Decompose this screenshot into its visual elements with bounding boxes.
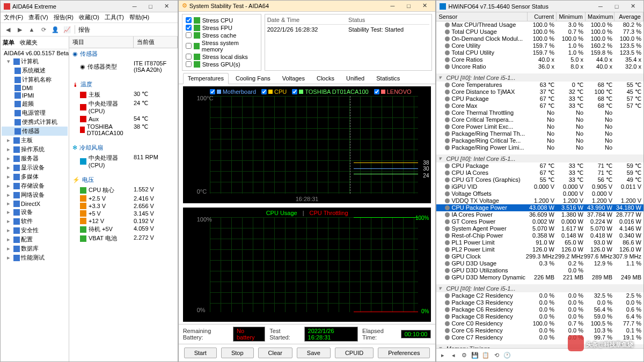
tree-item[interactable]: ▸性能测试	[2, 253, 68, 262]
hw-row[interactable]: On-Demand Clock Modul...100.0 %100.0 %10…	[436, 35, 643, 42]
menu-fav[interactable]: 收藏(O)	[79, 13, 99, 21]
tree-tab-menu[interactable]: 菜单	[3, 39, 14, 47]
hw-row[interactable]: Core Critical Tempera...NoNoNo	[436, 116, 643, 123]
menu-view[interactable]: 查看(V)	[28, 13, 48, 21]
hw-row[interactable]: CPU Package67 ℃33 ℃68 ℃57 ℃	[436, 95, 643, 102]
clear-button[interactable]: Clear	[258, 348, 292, 358]
stop-button[interactable]: Stop	[221, 348, 254, 358]
tree-item[interactable]: ▸服务器	[2, 154, 68, 163]
hw-group[interactable]: ▾CPU [#0]: Intel Core i5-1...	[436, 73, 643, 82]
tree-item[interactable]: ▸操作系统	[2, 145, 68, 154]
sst-tab[interactable]: Unified	[341, 73, 369, 84]
tree-item[interactable]: 系统概述	[2, 66, 68, 75]
report-button[interactable]: 报告	[78, 26, 90, 34]
hw-row[interactable]: PL2 Power Limit126.0 W126.0 W126.0 W126.…	[436, 246, 643, 253]
refresh-icon[interactable]: ⟳	[39, 25, 48, 34]
legend-checkbox[interactable]	[210, 89, 215, 94]
hw-row[interactable]: Package C3 Residency0.0 %0.0 %0.0 %0.0 %	[436, 299, 643, 306]
aida-tree[interactable]: 菜单收藏夹 AIDA64 v6.00.5157 Beta ▾计算机 系统概述计算…	[1, 36, 69, 361]
chart-icon[interactable]: 📈	[63, 25, 71, 34]
stress-checkbox[interactable]	[186, 54, 192, 60]
tree-item[interactable]: ▸显示设备	[2, 163, 68, 172]
list-row[interactable]: 主板30 ℃	[69, 90, 178, 99]
tree-item[interactable]: 计算机名称	[2, 75, 68, 84]
tree-item[interactable]: ▸数据库	[2, 244, 68, 253]
hw-titlebar[interactable]: HWiNFO64 v7.15-4640 Sensor Status ─□✕	[436, 1, 643, 12]
hw-row[interactable]: CPU Package Power43.008 W3.516 W43.990 W…	[436, 204, 643, 211]
hw-row[interactable]: IA Cores Power36.609 W1.380 W37.784 W28.…	[436, 211, 643, 218]
cpuid-button[interactable]: CPUID	[335, 348, 374, 358]
tree-root[interactable]: AIDA64 v6.00.5157 Beta	[2, 49, 68, 57]
expand-icon[interactable]: ▸	[438, 351, 447, 359]
hw-row[interactable]: Core Max67 ℃33 ℃68 ℃57 ℃	[436, 102, 643, 109]
collapse-icon[interactable]: ◂	[449, 351, 458, 359]
menu-file[interactable]: 文件(F)	[4, 13, 23, 21]
prefs-button[interactable]: Preferences	[378, 348, 430, 358]
list-row[interactable]: +5 V3.145 V	[69, 210, 178, 217]
hw-row[interactable]: CPU IA Cores67 ℃33 ℃71 ℃59 ℃	[436, 169, 643, 176]
hw-row[interactable]: Package/Ring Power Limi...NoNoNo	[436, 144, 643, 151]
list-row[interactable]: +12 V0.192 V	[69, 217, 178, 225]
hw-row[interactable]: Package C6 Residency0.0 %0.0 %56.4 %0.6 …	[436, 306, 643, 313]
hw-row[interactable]: GPU D3D Utilizations0.0 %	[436, 267, 643, 274]
list-row[interactable]: 中央处理器(CPU)811 RPM	[69, 153, 178, 169]
hw-row[interactable]: Core Utility159.7 %1.0 %160.2 %123.5 %	[436, 42, 643, 49]
tree-item[interactable]: DMI	[2, 84, 68, 92]
list-row[interactable]: 待机 +5V4.059 V	[69, 225, 178, 234]
legend-checkbox[interactable]	[292, 89, 297, 94]
tree-item[interactable]: ▸配置	[2, 235, 68, 244]
stress-checkbox[interactable]	[186, 43, 192, 49]
hw-row[interactable]: GT Cores Power0.002 W0.000 W0.224 W0.016…	[436, 218, 643, 225]
hw-row[interactable]: Package C2 Residency0.0 %0.0 %32.5 %2.5 …	[436, 292, 643, 299]
stress-opt[interactable]: Stress GPU(s)	[186, 61, 258, 68]
tree-item[interactable]: ▸多媒体	[2, 172, 68, 181]
tree-tab-fav[interactable]: 收藏夹	[20, 39, 38, 47]
hw-row[interactable]: Core Temperatures63 ℃0 ℃68 ℃55 ℃	[436, 82, 643, 88]
stress-checkbox[interactable]	[186, 25, 192, 31]
close-icon[interactable]: ✕	[417, 1, 432, 11]
hw-col-min[interactable]: Minimum	[557, 12, 586, 21]
save-button[interactable]: Save	[297, 348, 331, 358]
hw-row[interactable]: Package C8 Residency0.0 %0.0 %59.0 %6.4 …	[436, 313, 643, 320]
min-icon[interactable]: ─	[385, 1, 400, 11]
reset-icon[interactable]: ⟲	[492, 351, 501, 359]
stress-checkbox[interactable]	[186, 32, 192, 38]
user-icon[interactable]: 👤	[51, 25, 60, 34]
hw-group[interactable]: ▾CPU [#0]: Intel Core i5-1...	[436, 154, 643, 162]
legend-item[interactable]: TOSHIBA DT01ACA100	[292, 88, 368, 95]
list-row[interactable]: Aux54 ℃	[69, 115, 178, 123]
hw-table[interactable]: Sensor Current Minimum Maximum Average M…	[436, 12, 643, 348]
list-row[interactable]: +3.3 V2.656 V	[69, 202, 178, 210]
tree-item[interactable]: ▸设备	[2, 208, 68, 217]
menu-help[interactable]: 帮助(H)	[129, 13, 149, 21]
list-row[interactable]: TOSHIBA DT01ACA10038 ℃	[69, 123, 178, 137]
tree-item[interactable]: ▸安全性	[2, 226, 68, 235]
stress-opt[interactable]: Stress local disks	[186, 53, 258, 61]
sst-tab[interactable]: Voltages	[277, 73, 310, 84]
hw-row[interactable]: iGPU VID0.000 V0.000 V0.905 V0.011 V	[436, 183, 643, 190]
list-row[interactable]: VBAT 电池2.272 V	[69, 234, 178, 243]
hw-row[interactable]: Core Distance to TjMAX37 ℃32 ℃100 ℃45 ℃	[436, 88, 643, 95]
hw-row[interactable]: Total CPU Utility159.7 %1.0 %159.8 %123.…	[436, 49, 643, 56]
back-icon[interactable]: ◀	[4, 25, 12, 34]
hw-row[interactable]: Package/Ring Critical Te...NoNoNo	[436, 137, 643, 144]
legend-item[interactable]: Motherboard	[210, 88, 256, 95]
tree-item[interactable]: 电源管理	[2, 108, 68, 117]
legend-checkbox[interactable]	[261, 89, 267, 94]
legend-item[interactable]: CPU	[261, 88, 287, 95]
max-icon[interactable]: □	[609, 2, 624, 11]
hw-group[interactable]: ▾CPU [#0]: Intel Core i5-1...	[436, 284, 643, 292]
hw-row[interactable]: CPU Package67 ℃33 ℃71 ℃59 ℃	[436, 162, 643, 169]
hw-row[interactable]: Core Power Limit Exc...NoNoNo	[436, 123, 643, 130]
hw-row[interactable]: CPU GT Cores (Graphics)55 ℃33 ℃56 ℃49 ℃	[436, 176, 643, 183]
stress-opt[interactable]: Stress CPU	[186, 17, 258, 24]
hw-row[interactable]: Uncore Ratio36.0 x8.0 x40.0 x32.0 x	[436, 63, 643, 70]
hw-row[interactable]: Voltage Offsets0.000 V0.000 V	[436, 190, 643, 197]
hw-col-max[interactable]: Maximum	[586, 12, 614, 21]
hw-row[interactable]: Package/Ring Thermal Th...NoNoNo	[436, 130, 643, 137]
close-icon[interactable]: ✕	[159, 2, 174, 11]
clock-icon[interactable]: 🕐	[503, 351, 511, 359]
hw-row[interactable]: GPU D3D Memory Dynamic226 MB221 MB289 MB…	[436, 274, 643, 281]
tree-computer[interactable]: ▾计算机	[2, 57, 68, 66]
hw-row[interactable]: System Agent Power5.070 W1.617 W5.070 W4…	[436, 225, 643, 232]
